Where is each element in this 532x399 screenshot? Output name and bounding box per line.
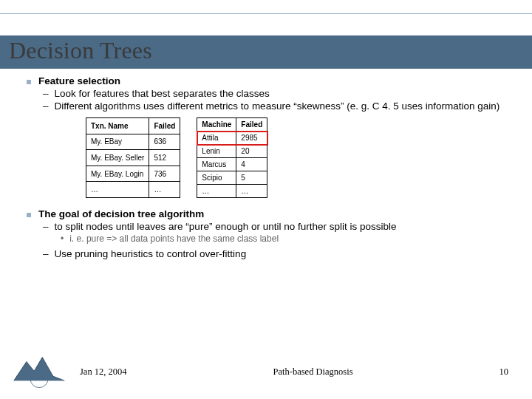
cell: 5 bbox=[236, 171, 267, 185]
cell: 4 bbox=[236, 158, 267, 171]
table-row-highlighted: Attila2985 bbox=[197, 132, 267, 145]
cell: My. EBay. Seller bbox=[86, 150, 149, 166]
subsubbullet-pure: • i. e. pure => all data points have the… bbox=[27, 233, 514, 244]
dash-icon: – bbox=[43, 248, 49, 259]
subbullet-text: Look for features that best separates th… bbox=[55, 88, 270, 99]
th-machine: Machine bbox=[197, 118, 236, 132]
dot-icon: • bbox=[61, 233, 64, 244]
subbullet-text: Use pruning heuristics to control over-f… bbox=[55, 248, 247, 259]
footer-title: Path-based Diagnosis bbox=[273, 366, 353, 378]
slide-title: Decision Trees bbox=[9, 37, 152, 64]
cell: Scipio bbox=[197, 171, 236, 185]
dash-icon: – bbox=[43, 88, 49, 99]
cell: Attila bbox=[197, 132, 236, 145]
cell: Marcus bbox=[197, 158, 236, 171]
table-row: My. EBay. Seller512 bbox=[86, 150, 180, 166]
bullet-text: The goal of decision tree algorithm bbox=[38, 208, 204, 219]
table-row: Marcus4 bbox=[197, 158, 267, 171]
bullet-goal: The goal of decision tree algorithm bbox=[27, 208, 514, 219]
footer-date: Jan 12, 2004 bbox=[80, 366, 127, 378]
cell: 512 bbox=[149, 150, 180, 166]
table-row: Scipio5 bbox=[197, 171, 267, 185]
txn-table: Txn. Name Failed My. EBay636 My. EBay. S… bbox=[86, 117, 180, 198]
cell: … bbox=[197, 185, 236, 198]
cell: 2985 bbox=[236, 132, 267, 145]
dash-icon: – bbox=[43, 221, 49, 232]
tables-wrap: Txn. Name Failed My. EBay636 My. EBay. S… bbox=[27, 112, 514, 204]
square-bullet-icon bbox=[27, 213, 31, 217]
subbullet-look-for: – Look for features that best separates … bbox=[27, 88, 514, 99]
cell: Lenin bbox=[197, 145, 236, 158]
subbullet-text: Different algorithms uses different metr… bbox=[55, 100, 500, 112]
subbullet-split-nodes: – to split nodes until leaves are “pure”… bbox=[27, 221, 514, 232]
square-bullet-icon bbox=[27, 80, 31, 84]
slide-body: Feature selection – Look for features th… bbox=[27, 75, 514, 259]
footer-page-number: 10 bbox=[499, 366, 509, 378]
table-row: …… bbox=[86, 182, 180, 198]
top-rule bbox=[0, 13, 532, 14]
cell: … bbox=[86, 182, 149, 198]
th-failed: Failed bbox=[236, 118, 267, 132]
cell: 636 bbox=[149, 134, 180, 150]
subsubbullet-text: i. e. pure => all data points have the s… bbox=[69, 233, 279, 244]
bullet-text: Feature selection bbox=[38, 75, 120, 86]
cell: 20 bbox=[236, 145, 267, 158]
table-header-row: Txn. Name Failed bbox=[86, 118, 180, 134]
table-row: My. EBay. Login736 bbox=[86, 166, 180, 182]
cell: My. EBay. Login bbox=[86, 166, 149, 182]
th-failed: Failed bbox=[149, 118, 180, 134]
table-row: My. EBay636 bbox=[86, 134, 180, 150]
subbullet-text: to split nodes until leaves are “pure” e… bbox=[55, 221, 397, 232]
subbullet-pruning: – Use pruning heuristics to control over… bbox=[27, 248, 514, 259]
cell: 736 bbox=[149, 166, 180, 182]
table-row: Lenin20 bbox=[197, 145, 267, 158]
bullet-feature-selection: Feature selection bbox=[27, 75, 514, 86]
slide-footer: Jan 12, 2004 Path-based Diagnosis 10 bbox=[0, 364, 532, 379]
cell: … bbox=[149, 182, 180, 198]
table-row: …… bbox=[197, 185, 267, 198]
th-txn-name: Txn. Name bbox=[86, 118, 149, 134]
subbullet-skewness: – Different algorithms uses different me… bbox=[27, 100, 514, 112]
cell: … bbox=[236, 185, 267, 198]
machine-table: Machine Failed Attila2985 Lenin20 Marcus… bbox=[197, 117, 267, 198]
table-header-row: Machine Failed bbox=[197, 118, 267, 132]
cell: My. EBay bbox=[86, 134, 149, 150]
dash-icon: – bbox=[43, 100, 49, 112]
